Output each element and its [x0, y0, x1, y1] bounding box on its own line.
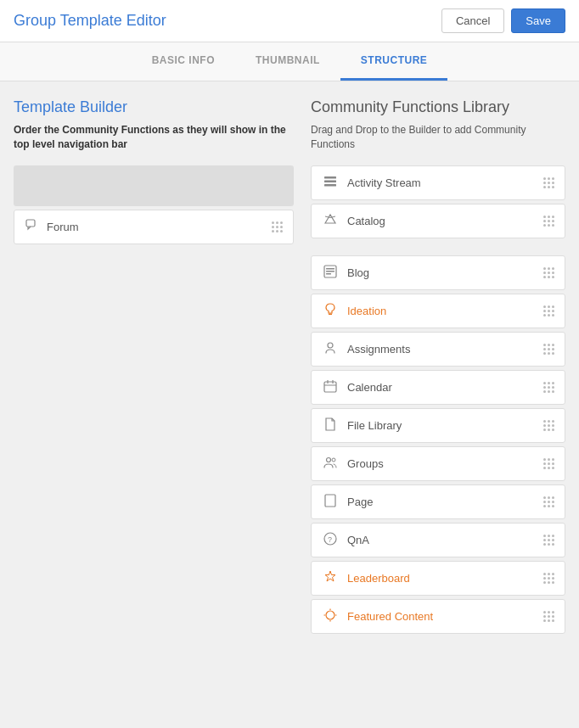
assignments-label: Assignments: [347, 343, 410, 356]
svg-rect-5: [326, 268, 334, 270]
lib-item-assignments[interactable]: Assignments: [311, 332, 565, 367]
svg-rect-16: [325, 495, 335, 507]
activity-stream-label: Activity Stream: [347, 176, 421, 189]
svg-point-14: [327, 457, 331, 462]
ideation-drag-handle[interactable]: [543, 305, 554, 316]
builder-placeholder: [14, 165, 294, 206]
svg-rect-1: [324, 176, 336, 179]
svg-text:?: ?: [328, 535, 332, 544]
lib-item-groups[interactable]: Groups: [311, 446, 565, 481]
cancel-button[interactable]: Cancel: [441, 8, 504, 33]
forum-label: Forum: [47, 221, 79, 233]
builder-item-forum[interactable]: Forum: [14, 210, 294, 244]
calendar-drag-handle[interactable]: [543, 382, 554, 393]
svg-rect-6: [326, 271, 334, 272]
blog-drag-handle[interactable]: [543, 267, 554, 278]
lib-item-file-library[interactable]: File Library: [311, 408, 565, 443]
tab-basic-info[interactable]: BASIC INFO: [132, 42, 235, 81]
forum-icon: [25, 219, 40, 235]
file-library-drag-handle[interactable]: [543, 420, 554, 431]
groups-icon: [322, 456, 339, 472]
blog-label: Blog: [347, 266, 369, 279]
file-library-label: File Library: [347, 419, 402, 432]
lib-item-catalog[interactable]: Catalog: [311, 204, 565, 238]
header: Group Template Editor Cancel Save: [0, 0, 579, 42]
catalog-label: Catalog: [347, 215, 385, 227]
svg-point-15: [332, 458, 335, 462]
calendar-icon: [322, 379, 339, 395]
header-actions: Cancel Save: [441, 8, 565, 33]
qna-label: QnA: [347, 534, 369, 546]
tabs-bar: BASIC INFO THUMBNAIL STRUCTURE: [0, 42, 579, 81]
ideation-label: Ideation: [347, 305, 386, 317]
tab-thumbnail[interactable]: THUMBNAIL: [235, 42, 340, 81]
svg-rect-2: [324, 180, 336, 182]
svg-point-9: [328, 343, 333, 348]
lib-item-ideation[interactable]: Ideation: [311, 294, 565, 328]
page-drag-handle[interactable]: [543, 496, 554, 507]
catalog-icon: [322, 213, 339, 229]
groups-drag-handle[interactable]: [543, 458, 554, 469]
tab-structure[interactable]: STRUCTURE: [340, 42, 448, 81]
lib-item-featured-content[interactable]: Featured Content: [311, 599, 565, 634]
functions-library: Community Functions Library Drag and Dro…: [311, 98, 565, 726]
lib-item-leaderboard[interactable]: Leaderboard: [311, 561, 565, 596]
leaderboard-icon: [322, 570, 339, 586]
forum-drag-handle[interactable]: [272, 221, 283, 232]
lib-item-qna[interactable]: ? QnA: [311, 523, 565, 557]
page-title: Group Template Editor: [14, 12, 166, 30]
lib-item-blog[interactable]: Blog: [311, 255, 565, 290]
page-label: Page: [347, 496, 373, 508]
qna-drag-handle[interactable]: [543, 535, 554, 546]
blog-icon: [322, 265, 339, 281]
content-area: Template Builder Order the Community Fun…: [0, 81, 579, 728]
lib-item-page[interactable]: Page: [311, 484, 565, 519]
library-desc: Drag and Drop to the Builder to add Comm…: [311, 123, 565, 152]
catalog-drag-handle[interactable]: [543, 216, 554, 227]
lib-item-activity-stream[interactable]: Activity Stream: [311, 165, 565, 200]
featured-content-label: Featured Content: [347, 610, 433, 623]
svg-rect-3: [324, 184, 336, 187]
save-button[interactable]: Save: [511, 8, 565, 33]
lib-item-calendar[interactable]: Calendar: [311, 370, 565, 405]
file-library-icon: [322, 417, 339, 434]
activity-stream-drag-handle[interactable]: [543, 177, 554, 188]
svg-rect-8: [329, 313, 332, 315]
svg-point-19: [326, 611, 334, 619]
featured-content-icon: [322, 608, 339, 624]
svg-rect-7: [326, 273, 331, 275]
assignments-drag-handle[interactable]: [543, 344, 554, 355]
leaderboard-label: Leaderboard: [347, 572, 410, 585]
template-builder: Template Builder Order the Community Fun…: [14, 98, 294, 726]
page-icon: [322, 494, 339, 510]
svg-rect-0: [26, 220, 35, 227]
assignments-icon: [322, 341, 339, 357]
qna-icon: ?: [322, 532, 339, 548]
template-builder-title: Template Builder: [14, 98, 294, 116]
calendar-label: Calendar: [347, 381, 392, 394]
svg-rect-10: [324, 382, 336, 392]
template-builder-desc: Order the Community Functions as they wi…: [14, 123, 294, 152]
activity-stream-icon: [322, 175, 339, 191]
leaderboard-drag-handle[interactable]: [543, 573, 554, 584]
groups-label: Groups: [347, 457, 384, 470]
library-title: Community Functions Library: [311, 98, 565, 116]
featured-content-drag-handle[interactable]: [543, 611, 554, 622]
ideation-icon: [322, 303, 339, 319]
